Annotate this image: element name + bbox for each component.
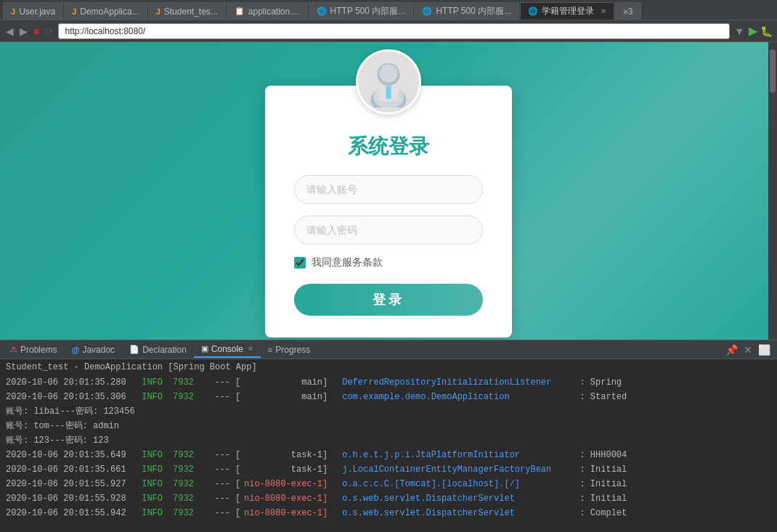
refresh-button[interactable]: ⟳ bbox=[44, 25, 55, 37]
bottom-tabs: ⚠ Problems @ Javadoc 📄 Declaration ▣ Con… bbox=[0, 340, 777, 359]
svg-rect-5 bbox=[386, 86, 391, 99]
back-button[interactable]: ◀ bbox=[4, 25, 15, 37]
tab-label: application.... bbox=[248, 7, 300, 17]
log-line: 2020-10-06 20:01:55.928 INFO 7932 --- [ … bbox=[0, 491, 777, 506]
tab-console[interactable]: ▣ Console ✕ bbox=[194, 342, 261, 358]
login-card: 系统登录 我同意服务条款 登录 bbox=[265, 86, 512, 337]
password-input[interactable] bbox=[294, 216, 483, 245]
log-plain: 账号: tom---密码: admin bbox=[0, 419, 777, 433]
tab-declaration[interactable]: 📄 Declaration bbox=[122, 342, 194, 358]
declaration-icon: 📄 bbox=[129, 345, 139, 354]
log-line: 2020-10-06 20:01:55.927 INFO 7932 --- [ … bbox=[0, 477, 777, 491]
console-header: Student_test - DemoApplication [Spring B… bbox=[0, 362, 777, 372]
close-panel-button[interactable]: ✕ bbox=[741, 343, 754, 356]
panel-actions: 📌 ✕ ⬜ bbox=[723, 343, 777, 356]
console-content: Student_test - DemoApplication [Spring B… bbox=[0, 359, 777, 532]
browser-content: 系统登录 我同意服务条款 登录 bbox=[0, 42, 777, 340]
tab-http-500-2[interactable]: 🌐 HTTP 500 内部服... bbox=[414, 2, 519, 20]
progress-icon: ≡ bbox=[268, 345, 272, 354]
log-line: 2020-10-06 20:01:35.649 INFO 7932 --- [ … bbox=[0, 448, 777, 462]
login-button[interactable]: 登录 bbox=[294, 284, 483, 316]
login-title: 系统登录 bbox=[348, 133, 429, 160]
bottom-panel: ⚠ Problems @ Javadoc 📄 Declaration ▣ Con… bbox=[0, 340, 777, 532]
svg-point-2 bbox=[379, 65, 397, 83]
tab-progress[interactable]: ≡ Progress bbox=[261, 342, 317, 358]
maximize-button[interactable]: ⬜ bbox=[756, 343, 773, 356]
tab-label: User.java bbox=[19, 7, 55, 17]
close-icon[interactable]: ✕ bbox=[248, 345, 253, 353]
javadoc-icon: @ bbox=[72, 345, 80, 354]
tab-demo-application[interactable]: J DemoApplica... bbox=[64, 2, 147, 20]
log-line: 2020-10-06 20:01:55.942 INFO 7932 --- [ … bbox=[0, 506, 777, 520]
tab-label: »3 bbox=[623, 7, 632, 17]
tab-label: HTTP 500 内部服... bbox=[330, 5, 406, 17]
scroll-thumb[interactable] bbox=[770, 49, 776, 93]
tab-label: DemoApplica... bbox=[80, 7, 139, 17]
address-bar: ◀ ▶ ■ ⟳ ▼ ▶ 🐛 bbox=[0, 20, 777, 42]
tab-user-java[interactable]: J User.java bbox=[3, 2, 63, 20]
problems-icon: ⚠ bbox=[10, 345, 17, 354]
tab-more[interactable]: »3 bbox=[615, 2, 640, 20]
tab-label: HTTP 500 内部服... bbox=[436, 5, 511, 17]
log-line: 2020-10-06 20:01:35.661 INFO 7932 --- [ … bbox=[0, 462, 777, 477]
tab-label: Console bbox=[211, 344, 243, 354]
terms-checkbox[interactable] bbox=[294, 257, 306, 269]
tab-problems[interactable]: ⚠ Problems bbox=[3, 342, 65, 358]
pin-button[interactable]: 📌 bbox=[723, 343, 740, 356]
tab-application-props[interactable]: 📋 application.... bbox=[227, 2, 308, 20]
forward-button[interactable]: ▶ bbox=[18, 25, 29, 37]
tab-label: Declaration bbox=[142, 345, 187, 355]
java-icon: J bbox=[156, 7, 160, 16]
terms-label: 我同意服务条款 bbox=[312, 256, 383, 269]
java-icon: J bbox=[72, 7, 76, 16]
browser-icon: 🌐 bbox=[317, 7, 327, 16]
tab-student-test[interactable]: J Student_tes... bbox=[148, 2, 226, 20]
log-plain: 账号: 123---密码: 123 bbox=[0, 433, 777, 448]
dropdown-button[interactable]: ▼ bbox=[733, 25, 746, 37]
scroll-track bbox=[768, 42, 777, 340]
avatar bbox=[356, 49, 421, 115]
ide-window: J User.java J DemoApplica... J Student_t… bbox=[0, 0, 777, 532]
tab-http-500-1[interactable]: 🌐 HTTP 500 内部服... bbox=[309, 2, 414, 20]
stop-button[interactable]: ■ bbox=[32, 25, 41, 37]
log-line: 2020-10-06 20:01:35.280 INFO 7932 --- [ … bbox=[0, 375, 777, 390]
tab-label: Student_tes... bbox=[164, 7, 218, 17]
tab-login-page[interactable]: 🌐 学籍管理登录 ✕ bbox=[520, 2, 614, 20]
debug-button[interactable]: 🐛 bbox=[760, 25, 773, 37]
tab-javadoc[interactable]: @ Javadoc bbox=[65, 342, 122, 358]
tab-label: Progress bbox=[275, 345, 310, 355]
browser-icon: 🌐 bbox=[528, 7, 538, 16]
console-icon: ▣ bbox=[201, 344, 208, 353]
url-input[interactable] bbox=[58, 23, 730, 39]
tab-bar: J User.java J DemoApplica... J Student_t… bbox=[0, 0, 777, 20]
props-icon: 📋 bbox=[235, 7, 245, 16]
tab-label: Problems bbox=[20, 345, 57, 355]
java-icon: J bbox=[11, 7, 15, 16]
log-plain: 账号: libai---密码: 123456 bbox=[0, 404, 777, 419]
close-icon[interactable]: ✕ bbox=[601, 7, 606, 15]
tab-label: 学籍管理登录 bbox=[542, 5, 594, 17]
terms-row: 我同意服务条款 bbox=[294, 256, 483, 269]
tab-label: Javadoc bbox=[82, 345, 115, 355]
run-button[interactable]: ▶ bbox=[749, 24, 757, 38]
username-input[interactable] bbox=[294, 175, 483, 204]
log-line: 2020-10-06 20:01:35.306 INFO 7932 --- [ … bbox=[0, 390, 777, 404]
browser-icon: 🌐 bbox=[422, 7, 432, 16]
